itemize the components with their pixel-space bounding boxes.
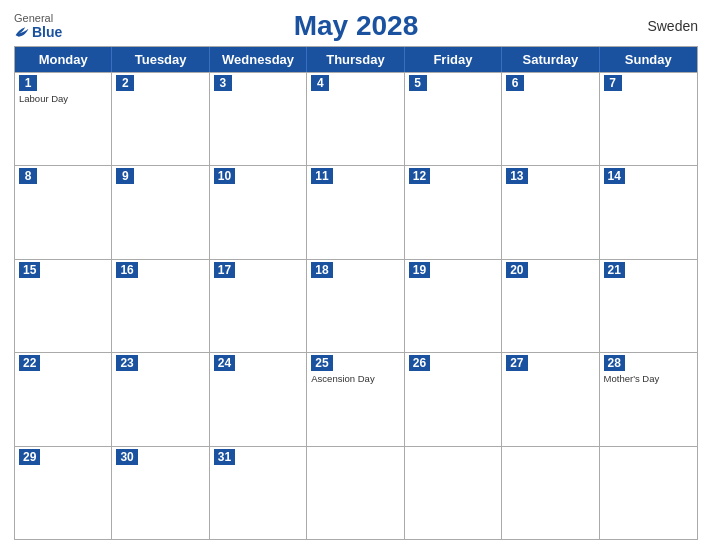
day-number: 7 <box>604 75 622 91</box>
header-day-saturday: Saturday <box>502 47 599 72</box>
calendar-cell-4-2: 23 <box>112 353 209 445</box>
calendar-cell-3-3: 17 <box>210 260 307 352</box>
calendar-cell-3-5: 19 <box>405 260 502 352</box>
calendar-cell-2-4: 11 <box>307 166 404 258</box>
calendar-event: Ascension Day <box>311 373 399 384</box>
calendar-cell-1-2: 2 <box>112 73 209 165</box>
day-number: 15 <box>19 262 40 278</box>
day-number: 5 <box>409 75 427 91</box>
calendar-cell-1-3: 3 <box>210 73 307 165</box>
title-block: May 2028 <box>294 10 419 42</box>
day-number: 23 <box>116 355 137 371</box>
header-day-sunday: Sunday <box>600 47 697 72</box>
calendar-cell-4-4: 25Ascension Day <box>307 353 404 445</box>
week-row-2: 891011121314 <box>15 165 697 258</box>
day-number: 20 <box>506 262 527 278</box>
calendar-body: 1Labour Day23456789101112131415161718192… <box>15 72 697 539</box>
calendar-cell-1-1: 1Labour Day <box>15 73 112 165</box>
day-number: 28 <box>604 355 625 371</box>
day-number: 24 <box>214 355 235 371</box>
calendar-cell-1-6: 6 <box>502 73 599 165</box>
page-title: May 2028 <box>294 10 419 42</box>
calendar-cell-3-1: 15 <box>15 260 112 352</box>
calendar-cell-5-3: 31 <box>210 447 307 539</box>
calendar-cell-3-6: 20 <box>502 260 599 352</box>
calendar-cell-4-6: 27 <box>502 353 599 445</box>
logo-general: General <box>14 12 53 24</box>
day-number: 12 <box>409 168 430 184</box>
day-number: 4 <box>311 75 329 91</box>
calendar-cell-5-6 <box>502 447 599 539</box>
header-day-tuesday: Tuesday <box>112 47 209 72</box>
calendar-cell-2-2: 9 <box>112 166 209 258</box>
day-number: 3 <box>214 75 232 91</box>
calendar-cell-2-1: 8 <box>15 166 112 258</box>
calendar-event: Mother's Day <box>604 373 693 384</box>
day-number: 16 <box>116 262 137 278</box>
day-number: 11 <box>311 168 332 184</box>
day-number: 22 <box>19 355 40 371</box>
day-number: 14 <box>604 168 625 184</box>
calendar-cell-5-2: 30 <box>112 447 209 539</box>
day-number: 8 <box>19 168 37 184</box>
week-row-3: 15161718192021 <box>15 259 697 352</box>
calendar-cell-1-5: 5 <box>405 73 502 165</box>
calendar-event: Labour Day <box>19 93 107 104</box>
week-row-5: 293031 <box>15 446 697 539</box>
header-day-thursday: Thursday <box>307 47 404 72</box>
calendar-header: MondayTuesdayWednesdayThursdayFridaySatu… <box>15 47 697 72</box>
calendar: MondayTuesdayWednesdayThursdayFridaySatu… <box>14 46 698 540</box>
week-row-1: 1Labour Day234567 <box>15 72 697 165</box>
calendar-cell-3-7: 21 <box>600 260 697 352</box>
calendar-cell-1-4: 4 <box>307 73 404 165</box>
day-number: 1 <box>19 75 37 91</box>
calendar-cell-2-5: 12 <box>405 166 502 258</box>
day-number: 10 <box>214 168 235 184</box>
calendar-cell-2-6: 13 <box>502 166 599 258</box>
day-number: 26 <box>409 355 430 371</box>
header: General Blue May 2028 Sweden <box>14 10 698 42</box>
calendar-cell-3-4: 18 <box>307 260 404 352</box>
calendar-cell-3-2: 16 <box>112 260 209 352</box>
day-number: 17 <box>214 262 235 278</box>
logo-bird-icon <box>14 25 30 39</box>
day-number: 25 <box>311 355 332 371</box>
header-day-friday: Friday <box>405 47 502 72</box>
day-number: 30 <box>116 449 137 465</box>
day-number: 31 <box>214 449 235 465</box>
day-number: 2 <box>116 75 134 91</box>
calendar-cell-5-1: 29 <box>15 447 112 539</box>
country-label: Sweden <box>647 18 698 34</box>
calendar-cell-5-5 <box>405 447 502 539</box>
day-number: 29 <box>19 449 40 465</box>
calendar-cell-2-3: 10 <box>210 166 307 258</box>
day-number: 13 <box>506 168 527 184</box>
week-row-4: 22232425Ascension Day262728Mother's Day <box>15 352 697 445</box>
logo-blue: Blue <box>14 24 62 40</box>
day-number: 9 <box>116 168 134 184</box>
page: General Blue May 2028 Sweden MondayTuesd… <box>0 0 712 550</box>
calendar-cell-4-7: 28Mother's Day <box>600 353 697 445</box>
day-number: 19 <box>409 262 430 278</box>
calendar-cell-4-5: 26 <box>405 353 502 445</box>
day-number: 18 <box>311 262 332 278</box>
header-day-monday: Monday <box>15 47 112 72</box>
logo: General Blue <box>14 12 62 40</box>
calendar-cell-5-4 <box>307 447 404 539</box>
calendar-cell-1-7: 7 <box>600 73 697 165</box>
calendar-cell-4-1: 22 <box>15 353 112 445</box>
day-number: 21 <box>604 262 625 278</box>
calendar-cell-4-3: 24 <box>210 353 307 445</box>
day-number: 6 <box>506 75 524 91</box>
calendar-cell-5-7 <box>600 447 697 539</box>
day-number: 27 <box>506 355 527 371</box>
header-day-wednesday: Wednesday <box>210 47 307 72</box>
calendar-cell-2-7: 14 <box>600 166 697 258</box>
